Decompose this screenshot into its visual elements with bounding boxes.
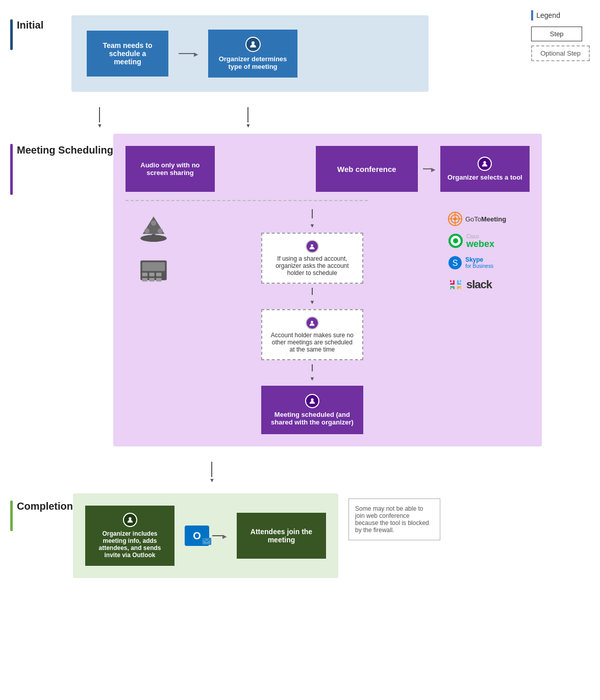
initial-phase: Initial Team needs to schedule a meeting… [10, 15, 590, 92]
svg-rect-36 [453, 286, 455, 289]
legend-optional-box: Optional Step [531, 45, 590, 61]
meeting-scheduled-step: Meeting scheduled (and shared with the o… [261, 386, 363, 434]
account-holder-icon [306, 316, 319, 330]
gotomeeting-logo: GoToMeeting [448, 212, 530, 226]
completion-phase: Completion Organizer includes meeting in… [10, 493, 590, 578]
meeting-bar [10, 144, 13, 195]
meeting-top-row: Audio only with no screen sharing Web co… [126, 146, 530, 192]
organizer-includes-text: Organizer includes meeting info, adds at… [92, 530, 167, 559]
svg-point-17 [311, 320, 313, 323]
meeting-phase-name: Meeting Scheduling [17, 144, 113, 195]
completion-note: Some may not be able to join web confere… [348, 498, 440, 540]
meeting-bottom: ▼ If using a shared account, organizer a… [126, 209, 530, 434]
meeting-container: Audio only with no screen sharing Web co… [113, 134, 542, 446]
team-needs-text: Team needs to schedule a meeting [96, 41, 159, 66]
meeting-label: Meeting Scheduling [10, 134, 113, 195]
webex-logo: Cisco webex [448, 233, 530, 248]
svg-rect-7 [152, 234, 155, 239]
arrow-1 [179, 49, 198, 58]
legend-bar-icon [531, 10, 533, 20]
phone-icons-col [126, 209, 182, 434]
web-conference-step: Web conference [316, 146, 418, 192]
svg-rect-15 [156, 278, 161, 282]
outlook-icon: O [185, 526, 209, 546]
svg-rect-33 [457, 280, 459, 285]
attendees-join-step: Attendees join the meeting [237, 513, 326, 559]
svg-rect-40 [460, 288, 461, 289]
skype-text-group: Skype for Business [465, 257, 493, 269]
svg-rect-34 [460, 280, 461, 282]
attendees-join-text: Attendees join the meeting [246, 528, 317, 544]
web-conference-text: Web conference [337, 165, 396, 173]
meeting-scheduled-icon [305, 394, 319, 408]
svg-rect-31 [450, 280, 452, 282]
audio-only-text: Audio only with no screen sharing [133, 161, 208, 177]
account-holder-text: Account holder makes sure no other meeti… [269, 332, 355, 353]
organizer-determines-text: Organizer determines type of meeting [215, 55, 290, 70]
meeting-scheduled-text: Meeting scheduled (and shared with the o… [268, 411, 356, 426]
svg-point-16 [311, 244, 313, 246]
initial-to-meeting-connector: ▼ ▼ [71, 107, 590, 129]
svg-rect-13 [142, 278, 147, 282]
completion-area: Organizer includes meeting info, adds at… [73, 493, 440, 578]
meeting-phase: Meeting Scheduling Audio only with no sc… [10, 134, 590, 446]
completion-bar [10, 501, 13, 531]
svg-point-26 [453, 238, 458, 243]
svg-point-6 [151, 220, 156, 226]
conference-phone-icon [136, 214, 171, 247]
initial-container: Team needs to schedule a meeting Organiz… [71, 15, 429, 92]
organizer-includes-step: Organizer includes meeting info, adds at… [85, 506, 174, 566]
outlook-arrow: O [185, 526, 227, 546]
completion-container: Organizer includes meeting info, adds at… [73, 493, 338, 578]
completion-label: Completion [10, 493, 73, 531]
legend-title: Legend [536, 11, 560, 19]
skype-logo: S Skype for Business [448, 256, 530, 270]
svg-point-4 [144, 228, 149, 233]
wc-to-tool-arrow [423, 164, 435, 173]
outlook-to-attendees-arrow [212, 531, 227, 540]
team-needs-step: Team needs to schedule a meeting [87, 31, 168, 77]
svg-rect-14 [149, 278, 154, 282]
svg-rect-12 [156, 273, 161, 277]
organizer-selects-text: Organizer selects a tool [447, 173, 522, 181]
svg-point-0 [252, 41, 255, 44]
account-holder-step: Account holder makes sure no other meeti… [261, 309, 363, 360]
meeting-to-completion-connector: ▼ [71, 462, 590, 483]
initial-bar [10, 19, 13, 50]
svg-rect-10 [142, 273, 147, 277]
shared-account-step: If using a shared account, organizer ask… [261, 233, 363, 284]
organizer-icon [245, 37, 261, 52]
connector-left: ▼ [97, 107, 103, 129]
svg-rect-39 [457, 286, 459, 289]
dashed-separator [126, 200, 368, 201]
center-flow: ▼ If using a shared account, organizer a… [187, 209, 438, 434]
arrow-wc-down [312, 209, 313, 218]
audio-only-step: Audio only with no screen sharing [126, 146, 215, 192]
svg-point-23 [454, 217, 457, 220]
tools-col: GoToMeeting Cisco webex [443, 209, 530, 434]
svg-point-1 [484, 161, 486, 164]
organizer-includes-icon [123, 513, 137, 527]
svg-rect-11 [149, 273, 154, 277]
shared-account-text: If using a shared account, organizer ask… [269, 255, 355, 277]
legend: Legend Step Optional Step [531, 10, 590, 61]
tool-icon [478, 157, 492, 171]
svg-rect-9 [142, 262, 165, 271]
slack-text: slack [466, 278, 492, 291]
envelope-icon [202, 538, 211, 545]
svg-rect-37 [450, 288, 452, 289]
slack-logo: slack [448, 277, 530, 292]
connector-right: ▼ [245, 107, 251, 129]
diagram: Initial Team needs to schedule a meeting… [10, 10, 590, 578]
down-connector: ▼ [209, 462, 215, 483]
shared-account-icon [306, 240, 319, 253]
svg-rect-30 [453, 280, 455, 285]
initial-phase-name: Initial [17, 19, 43, 50]
svg-text:S: S [453, 259, 458, 267]
svg-point-5 [158, 228, 163, 233]
organizer-selects-step: Organizer selects a tool [440, 146, 530, 192]
legend-step-box: Step [531, 27, 582, 41]
completion-phase-name: Completion [17, 501, 73, 531]
svg-point-18 [311, 398, 313, 401]
gotomeeting-text: GoToMeeting [465, 215, 506, 223]
